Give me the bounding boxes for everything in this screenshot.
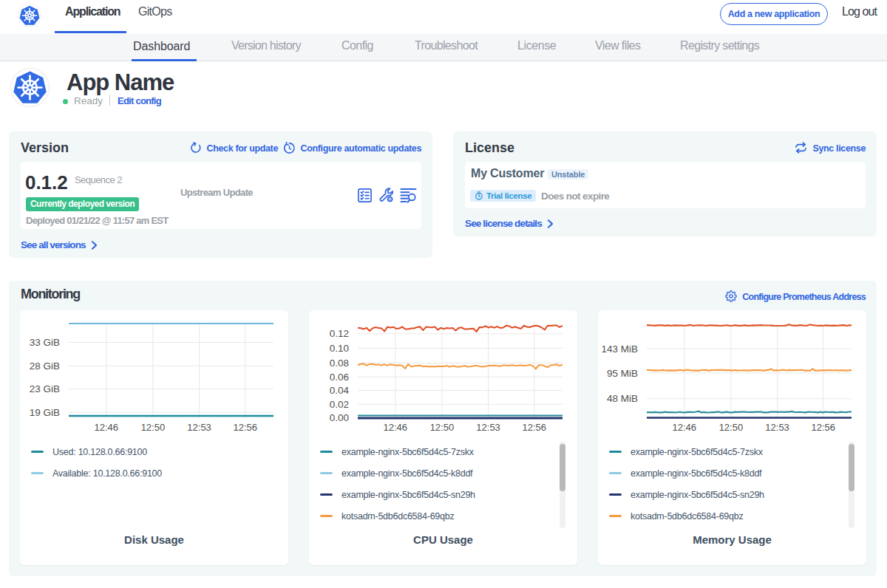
svg-text:12:53: 12:53 — [187, 422, 211, 433]
svg-text:12:56: 12:56 — [234, 422, 258, 433]
svg-text:33 GiB: 33 GiB — [30, 337, 60, 348]
svg-text:0.10: 0.10 — [330, 343, 349, 354]
svg-text:12:50: 12:50 — [719, 422, 744, 433]
svg-text:12:56: 12:56 — [812, 422, 836, 433]
svg-text:23 GiB: 23 GiB — [30, 383, 60, 394]
svg-text:0.02: 0.02 — [330, 399, 349, 410]
svg-text:12:53: 12:53 — [476, 422, 500, 433]
svg-text:28 GiB: 28 GiB — [30, 360, 60, 372]
svg-text:12:50: 12:50 — [430, 422, 455, 433]
svg-text:12:46: 12:46 — [384, 422, 408, 433]
svg-text:0.04: 0.04 — [330, 385, 350, 396]
svg-text:0.08: 0.08 — [330, 358, 349, 369]
svg-text:0.12: 0.12 — [330, 328, 349, 339]
svg-text:0.06: 0.06 — [330, 372, 349, 383]
svg-text:19 GiB: 19 GiB — [30, 407, 60, 418]
svg-text:48 MiB: 48 MiB — [607, 393, 638, 404]
svg-text:12:53: 12:53 — [765, 422, 789, 433]
svg-text:12:46: 12:46 — [95, 422, 119, 433]
svg-text:143 MiB: 143 MiB — [601, 343, 638, 355]
svg-text:95 MiB: 95 MiB — [607, 368, 638, 379]
svg-text:12:50: 12:50 — [141, 422, 166, 433]
svg-text:12:56: 12:56 — [523, 422, 547, 433]
svg-text:0.00: 0.00 — [330, 412, 349, 423]
svg-text:12:46: 12:46 — [673, 422, 697, 433]
